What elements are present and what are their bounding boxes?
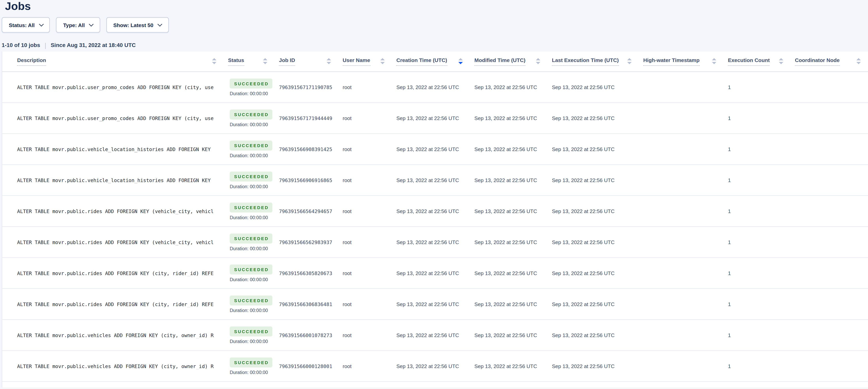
user-name-cell: root (341, 115, 395, 121)
table-row[interactable]: ALTER TABLE movr.public.rides ADD FOREIG… (2, 196, 868, 227)
status-badge: SUCCEEDED (230, 109, 273, 119)
sort-desc-icon (779, 62, 783, 64)
type-filter-label: Type: All (63, 22, 85, 28)
last-execution-time-cell: Sep 13, 2022 at 22:56 UTC (550, 84, 642, 90)
sort-icons[interactable] (536, 58, 540, 64)
status-duration: Duration: 00:00:00 (230, 153, 277, 158)
column-header-status[interactable]: Status (226, 52, 277, 71)
sort-icons[interactable] (380, 58, 384, 64)
creation-time-cell: Sep 13, 2022 at 22:56 UTC (395, 270, 473, 276)
column-header-execution-count[interactable]: Execution Count (726, 52, 793, 71)
table-row[interactable]: ALTER TABLE movr.public.rides ADD FOREIG… (2, 258, 868, 289)
job-description-cell: ALTER TABLE movr.public.user_promo_codes… (2, 84, 226, 90)
column-header-high-water-timestamp[interactable]: High-water Timestamp (642, 52, 726, 71)
status-duration: Duration: 00:00:00 (230, 307, 277, 313)
table-row[interactable]: ALTER TABLE movr.public.rides ADD FOREIG… (2, 227, 868, 258)
show-filter-dropdown[interactable]: Show: Latest 50 (106, 17, 168, 33)
sort-icons[interactable] (212, 58, 216, 64)
job-status-cell: SUCCEEDED Duration: 00:00:00 (226, 295, 277, 313)
job-id-cell: 796391567171944449 (277, 115, 341, 121)
job-description: ALTER TABLE movr.public.rides ADD FOREIG… (17, 301, 214, 307)
last-execution-time-cell: Sep 13, 2022 at 22:56 UTC (550, 363, 642, 369)
table-row[interactable]: ALTER TABLE movr.public.rides ADD FOREIG… (2, 289, 868, 320)
creation-time-cell: Sep 13, 2022 at 22:56 UTC (395, 177, 473, 183)
job-id-cell: 796391567171190785 (277, 84, 341, 90)
job-id-cell: 796391566306836481 (277, 301, 341, 307)
status-badge: SUCCEEDED (230, 357, 273, 367)
modified-time-cell: Sep 13, 2022 at 22:56 UTC (473, 332, 550, 338)
status-duration: Duration: 00:00:00 (230, 246, 277, 251)
sort-icons[interactable] (856, 58, 861, 64)
job-description: ALTER TABLE movr.public.user_promo_codes… (17, 84, 214, 90)
job-id-cell: 796391566000128001 (277, 363, 341, 369)
job-id-cell: 796391566908391425 (277, 146, 341, 152)
sort-asc-icon (263, 58, 267, 60)
job-description-cell: ALTER TABLE movr.public.vehicle_location… (2, 177, 226, 183)
results-summary: 1-10 of 10 jobs | Since Aug 31, 2022 at … (2, 42, 868, 48)
modified-time-cell: Sep 13, 2022 at 22:56 UTC (473, 301, 550, 307)
table-row[interactable]: ALTER TABLE movr.public.user_promo_codes… (2, 103, 868, 134)
column-header-modified-time[interactable]: Modified Time (UTC) (473, 52, 550, 71)
status-filter-label: Status: All (9, 22, 35, 28)
table-row[interactable]: ALTER TABLE movr.public.vehicle_location… (2, 134, 868, 165)
sort-icons[interactable] (779, 58, 783, 64)
column-header-description[interactable]: Description (2, 52, 226, 71)
table-row[interactable]: ALTER TABLE movr.public.vehicles ADD FOR… (2, 351, 868, 382)
job-description: ALTER TABLE movr.public.vehicle_location… (17, 177, 211, 183)
modified-time-cell: Sep 13, 2022 at 22:56 UTC (473, 363, 550, 369)
job-description-cell: ALTER TABLE movr.public.vehicles ADD FOR… (2, 363, 226, 369)
execution-count-cell: 1 (726, 270, 793, 276)
job-description: ALTER TABLE movr.public.vehicles ADD FOR… (17, 332, 214, 338)
column-header-last-execution-time[interactable]: Last Execution Time (UTC) (550, 52, 642, 71)
user-name-cell: root (341, 208, 395, 214)
job-description-cell: ALTER TABLE movr.public.vehicle_location… (2, 146, 226, 152)
creation-time-cell: Sep 13, 2022 at 22:56 UTC (395, 239, 473, 245)
summary-separator: | (44, 42, 46, 48)
job-description: ALTER TABLE movr.public.vehicles ADD FOR… (17, 363, 214, 369)
job-description: ALTER TABLE movr.public.rides ADD FOREIG… (17, 208, 214, 214)
sort-asc-icon (712, 58, 716, 60)
table-row[interactable]: ALTER TABLE movr.public.vehicles ADD FOR… (2, 320, 868, 351)
user-name-cell: root (341, 177, 395, 183)
execution-count-cell: 1 (726, 84, 793, 90)
status-filter-dropdown[interactable]: Status: All (2, 17, 50, 33)
sort-asc-icon (380, 58, 384, 60)
column-header-user-name[interactable]: User Name (341, 52, 395, 71)
column-header-creation-time[interactable]: Creation Time (UTC) (395, 52, 473, 71)
column-header-job-id[interactable]: Job ID (277, 52, 341, 71)
sort-icons[interactable] (327, 58, 331, 64)
execution-count-cell: 1 (726, 208, 793, 214)
status-duration: Duration: 00:00:00 (230, 122, 277, 127)
job-description-cell: ALTER TABLE movr.public.vehicles ADD FOR… (2, 332, 226, 338)
column-header-coordinator-node[interactable]: Coordinator Node (793, 52, 868, 71)
job-status-cell: SUCCEEDED Duration: 00:00:00 (226, 202, 277, 220)
status-badge: SUCCEEDED (230, 326, 273, 336)
sort-icons[interactable] (712, 58, 716, 64)
chevron-down-icon (158, 22, 162, 26)
job-status-cell: SUCCEEDED Duration: 00:00:00 (226, 109, 277, 127)
last-execution-time-cell: Sep 13, 2022 at 22:56 UTC (550, 239, 642, 245)
job-description-cell: ALTER TABLE movr.public.user_promo_codes… (2, 115, 226, 121)
job-description-cell: ALTER TABLE movr.public.rides ADD FOREIG… (2, 208, 226, 214)
execution-count-cell: 1 (726, 332, 793, 338)
table-row[interactable]: ALTER TABLE movr.public.vehicle_location… (2, 165, 868, 196)
table-row[interactable]: ALTER TABLE movr.public.user_promo_codes… (2, 72, 868, 103)
job-id-cell: 796391566001078273 (277, 332, 341, 338)
chevron-down-icon (89, 22, 93, 26)
sort-icons[interactable] (263, 58, 267, 64)
job-status-cell: SUCCEEDED Duration: 00:00:00 (226, 264, 277, 282)
sort-icons[interactable] (458, 58, 463, 64)
sort-asc-icon (212, 58, 216, 60)
job-status-cell: SUCCEEDED Duration: 00:00:00 (226, 326, 277, 344)
sort-desc-icon (458, 62, 463, 64)
execution-count-cell: 1 (726, 239, 793, 245)
job-description-cell: ALTER TABLE movr.public.rides ADD FOREIG… (2, 239, 226, 245)
sort-icons[interactable] (627, 58, 631, 64)
job-description-cell: ALTER TABLE movr.public.rides ADD FOREIG… (2, 270, 226, 276)
chevron-down-icon (39, 22, 43, 26)
results-since: Since Aug 31, 2022 at 18:40 UTC (51, 42, 136, 48)
sort-desc-icon (712, 62, 716, 64)
sort-desc-icon (536, 62, 540, 64)
job-id-cell: 796391566564294657 (277, 208, 341, 214)
type-filter-dropdown[interactable]: Type: All (56, 17, 100, 33)
